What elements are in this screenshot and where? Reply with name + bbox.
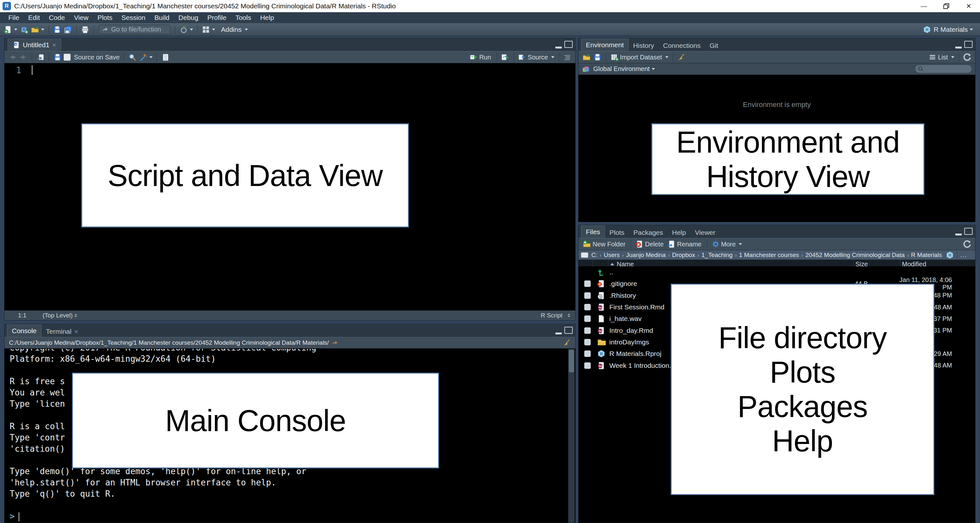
save-source-button[interactable] <box>53 53 62 61</box>
show-in-new-window-button[interactable] <box>36 53 45 61</box>
breadcrumb-item[interactable]: 1 Manchester courses <box>739 251 799 258</box>
rename-button[interactable]: Rename <box>667 240 703 248</box>
file-checkbox[interactable] <box>584 292 591 299</box>
file-type-indicator[interactable]: R Script <box>541 312 562 319</box>
menu-tools[interactable]: Tools <box>231 12 256 23</box>
breadcrumb-item[interactable]: 1_Teaching <box>702 251 733 258</box>
pane-minimize-icon[interactable] <box>955 230 962 235</box>
file-name[interactable]: First Session.Rmd <box>609 303 665 311</box>
breadcrumb-item[interactable]: Users <box>604 251 620 258</box>
file-checkbox[interactable] <box>584 350 591 357</box>
file-checkbox[interactable] <box>584 339 591 345</box>
scope-indicator[interactable]: (Top Level) <box>42 312 73 319</box>
tab-files[interactable]: Files <box>581 226 605 238</box>
refresh-files-button[interactable] <box>963 240 971 248</box>
source-on-save-checkbox[interactable] <box>64 54 71 61</box>
file-checkbox[interactable] <box>584 304 591 310</box>
pane-maximize-icon[interactable] <box>964 228 973 235</box>
new-folder-button[interactable]: New Folder <box>582 240 627 248</box>
find-replace-button[interactable] <box>128 53 137 61</box>
save-workspace-button[interactable] <box>593 53 601 61</box>
tab-environment[interactable]: Environment <box>581 38 628 51</box>
pane-minimize-icon[interactable] <box>955 43 962 49</box>
file-checkbox[interactable] <box>584 315 591 322</box>
file-checkbox[interactable] <box>584 362 591 369</box>
window-close-button[interactable]: ✕ <box>958 0 980 12</box>
pane-maximize-icon[interactable] <box>964 41 973 48</box>
environment-search-input[interactable] <box>915 65 972 73</box>
tab-viewer[interactable]: Viewer <box>690 227 720 238</box>
menu-build[interactable]: Build <box>150 12 174 23</box>
breadcrumb-item[interactable]: Dropbox <box>672 251 695 258</box>
print-button[interactable] <box>81 25 89 34</box>
tab-terminal[interactable]: Terminal× <box>41 326 83 337</box>
clear-environment-icon[interactable] <box>677 53 686 61</box>
list-view-button[interactable]: List <box>928 53 954 61</box>
menu-view[interactable]: View <box>69 12 93 23</box>
file-name[interactable]: Intro_day.Rmd <box>609 327 653 334</box>
window-minimize-button[interactable]: — <box>913 0 935 12</box>
console-scrollbar[interactable] <box>568 349 574 523</box>
tab-close-icon[interactable]: × <box>74 328 78 335</box>
rerun-button[interactable] <box>501 53 509 61</box>
addins-button[interactable]: Addins <box>218 26 248 33</box>
global-environment-selector[interactable]: Global Environment <box>593 65 650 73</box>
breadcrumb-item[interactable]: 20452 Modelling Criminological Data <box>805 251 905 258</box>
breadcrumb-item[interactable]: C: <box>591 251 597 258</box>
file-name[interactable]: .. <box>609 268 613 276</box>
version-control-button[interactable] <box>180 25 193 34</box>
menu-edit[interactable]: Edit <box>24 12 45 23</box>
breadcrumb-item[interactable]: Juanjo Medina <box>626 251 666 258</box>
workspace-panes-button[interactable] <box>202 25 215 34</box>
delete-button[interactable]: Delete <box>635 240 665 248</box>
more-button[interactable]: More <box>711 240 742 248</box>
pane-maximize-icon[interactable] <box>564 41 573 48</box>
file-checkbox[interactable] <box>584 280 591 287</box>
save-button[interactable] <box>53 25 61 34</box>
back-button[interactable] <box>8 53 17 61</box>
goto-directory-icon[interactable] <box>331 339 339 346</box>
breadcrumb-item[interactable]: R Materials <box>911 251 942 258</box>
file-name[interactable]: .gitignore <box>609 280 637 288</box>
file-name[interactable]: introDayImgs <box>609 338 649 346</box>
menu-session[interactable]: Session <box>117 12 150 23</box>
document-outline-button[interactable] <box>563 53 571 61</box>
window-restore-button[interactable] <box>935 0 958 12</box>
clear-console-icon[interactable] <box>562 339 571 347</box>
open-file-button[interactable] <box>31 25 45 34</box>
breadcrumb-more-button[interactable]: ... <box>957 251 970 259</box>
menu-code[interactable]: Code <box>45 12 69 23</box>
menu-help[interactable]: Help <box>256 12 278 23</box>
menu-file[interactable]: File <box>4 12 24 23</box>
forward-button[interactable] <box>19 53 28 61</box>
import-dataset-button[interactable]: Import Dataset <box>610 53 668 61</box>
pane-maximize-icon[interactable] <box>564 327 573 334</box>
tab-packages[interactable]: Packages <box>629 227 667 238</box>
source-button[interactable]: Source <box>518 53 554 61</box>
file-checkbox[interactable] <box>584 327 591 334</box>
code-tools-button[interactable] <box>139 53 153 61</box>
project-selector[interactable]: R R Materials <box>923 25 977 34</box>
file-name[interactable]: R Materials.Rproj <box>609 350 661 358</box>
save-all-button[interactable] <box>64 25 72 34</box>
menu-debug[interactable]: Debug <box>174 12 203 23</box>
tab-help[interactable]: Help <box>667 227 690 238</box>
file-name[interactable]: i_hate.wav <box>609 315 641 323</box>
menu-profile[interactable]: Profile <box>203 12 231 23</box>
menu-plots[interactable]: Plots <box>93 12 117 23</box>
scrollbar-thumb[interactable] <box>569 350 574 372</box>
load-workspace-button[interactable] <box>582 53 591 61</box>
new-project-button[interactable]: R <box>20 25 28 34</box>
tab-history[interactable]: History <box>628 40 659 51</box>
pane-minimize-icon[interactable] <box>555 329 562 334</box>
run-button[interactable]: Run <box>469 53 492 61</box>
goto-file-function-input[interactable]: Go to file/function <box>99 25 170 34</box>
tab-untitled1[interactable]: R Untitled1 × <box>8 38 61 51</box>
new-file-button[interactable] <box>4 25 18 34</box>
tab-close-icon[interactable]: × <box>52 41 56 49</box>
file-name[interactable]: .Rhistory <box>609 292 636 299</box>
select-all-checkbox[interactable] <box>581 253 588 258</box>
console-prompt[interactable]: > <box>10 511 575 522</box>
tab-git[interactable]: Git <box>705 40 723 51</box>
tab-plots[interactable]: Plots <box>605 227 629 238</box>
